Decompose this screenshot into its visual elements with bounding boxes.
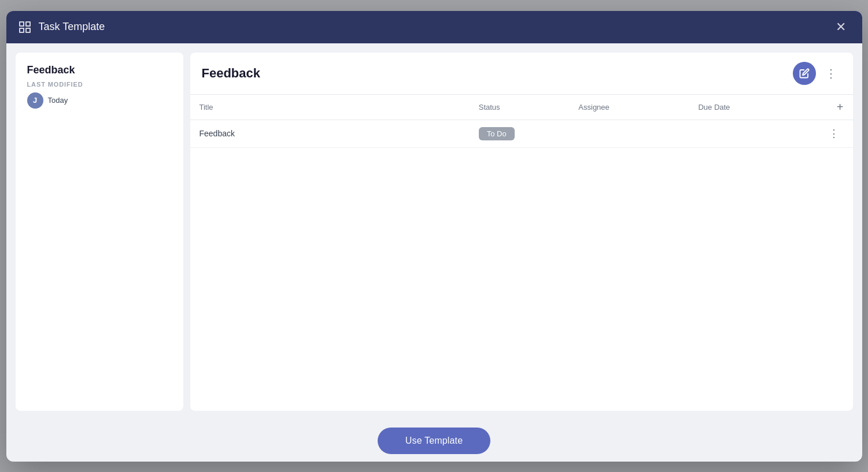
sidebar-template-name: Feedback — [27, 64, 172, 76]
content-header-actions: ⋮ — [793, 62, 841, 85]
col-header-status: Status — [470, 95, 570, 120]
modal-body: Feedback LAST MODIFIED J Today Feedback — [6, 43, 862, 420]
col-header-duedate: Due Date — [689, 95, 808, 120]
table-row: Feedback To Do ⋮ — [190, 120, 853, 147]
pencil-icon — [799, 68, 810, 79]
sidebar: Feedback LAST MODIFIED J Today — [16, 53, 183, 411]
modal-header: Task Template ✕ — [6, 11, 862, 43]
modal: Task Template ✕ Feedback LAST MODIFIED J… — [6, 11, 862, 462]
svg-rect-3 — [20, 28, 24, 32]
edit-button[interactable] — [793, 62, 816, 85]
cell-assignee — [569, 120, 689, 147]
task-table: Title Status Assignee Due Date — [190, 95, 853, 148]
close-button[interactable]: ✕ — [831, 18, 851, 36]
main-content: Feedback ⋮ — [190, 53, 853, 411]
table-header-row: Title Status Assignee Due Date — [190, 95, 853, 120]
modal-title: Task Template — [39, 21, 105, 33]
col-header-add: + — [809, 95, 853, 120]
sidebar-last-modified-label: LAST MODIFIED — [27, 81, 172, 88]
cell-actions: ⋮ — [809, 120, 853, 147]
template-icon — [18, 20, 32, 34]
content-title: Feedback — [202, 66, 261, 81]
content-header: Feedback ⋮ — [190, 53, 853, 95]
sidebar-modified-row: J Today — [27, 92, 172, 109]
avatar: J — [27, 92, 43, 109]
svg-rect-1 — [26, 22, 30, 26]
cell-duedate — [689, 120, 808, 147]
col-header-title: Title — [190, 95, 470, 120]
cell-status: To Do — [470, 120, 570, 147]
col-header-assignee: Assignee — [569, 95, 689, 120]
add-column-button[interactable]: + — [837, 101, 844, 114]
row-more-button[interactable]: ⋮ — [824, 127, 844, 140]
cell-title: Feedback — [190, 120, 470, 147]
use-template-button[interactable]: Use Template — [378, 428, 490, 454]
header-more-button[interactable]: ⋮ — [821, 64, 841, 83]
svg-rect-2 — [26, 28, 30, 32]
modal-overlay: Task Template ✕ Feedback LAST MODIFIED J… — [0, 0, 868, 472]
table-container: Title Status Assignee Due Date — [190, 95, 853, 411]
modal-header-left: Task Template — [18, 20, 105, 34]
modal-footer: Use Template — [6, 420, 862, 462]
status-badge[interactable]: To Do — [479, 127, 515, 140]
sidebar-modified-date: Today — [48, 96, 68, 105]
svg-rect-0 — [20, 22, 24, 26]
